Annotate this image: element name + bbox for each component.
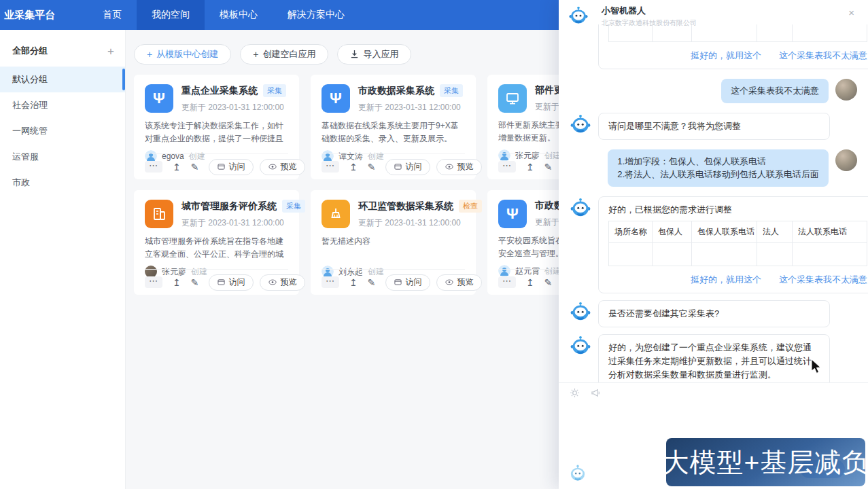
group-sidebar: 全部分组 + 默认分组 社会治理 一网统管 运管服 市政	[0, 30, 126, 489]
updated-time: 更新于 2023-01-31 12:00:00	[358, 217, 482, 229]
visit-button[interactable]: 访问	[385, 159, 430, 175]
status-badge: 采集	[263, 84, 286, 97]
publish-icon[interactable]: ↥	[349, 162, 358, 172]
app-card[interactable]: 环卫监管数据采集系统 检查 更新于 2023-01-31 12:00:00 暂无…	[311, 190, 476, 295]
accept-form-link[interactable]: 挺好的，就用这个	[691, 49, 761, 62]
robot-avatar	[570, 300, 591, 322]
publish-icon[interactable]: ↥	[526, 278, 534, 287]
assistant-company: 北京数字政通科技股份有限公司	[602, 18, 697, 28]
nav-menu: 首页 我的空间 模板中心 解决方案中心	[88, 0, 360, 30]
more-icon[interactable]: ⋯	[145, 161, 162, 173]
publish-icon[interactable]: ↥	[526, 162, 534, 172]
sidebar-item-default-group[interactable]: 默认分组	[0, 67, 125, 92]
robot-avatar	[570, 196, 591, 218]
import-app-button[interactable]: 导入应用	[337, 44, 411, 65]
updated-time: 更新于 2023-01-31 12:00:00	[358, 102, 463, 113]
user-message: 1.增加字段：包保人、包保人联系电话 2.将法人、法人联系电话移动到包括人联系电…	[570, 149, 857, 187]
preview-button[interactable]: 预览	[260, 159, 305, 175]
app-description: 城市管理服务评价系统旨在指导各地建立客观全面、公平公正、科学合理的城市运行管理服…	[145, 235, 288, 261]
bot-message: 是否还需要创建其它采集表?	[570, 300, 857, 327]
app-title: 环卫监管数据采集系统	[358, 200, 453, 213]
input-divider	[559, 382, 868, 383]
user-avatar	[835, 149, 857, 171]
visit-button[interactable]: 访问	[209, 159, 254, 175]
reject-form-link[interactable]: 这个采集表我不太满意	[779, 49, 867, 62]
sidebar-item-operation[interactable]: 运管服	[0, 144, 125, 170]
app-logo-icon: Ψ	[145, 84, 173, 113]
preview-button[interactable]: 预览	[436, 159, 482, 175]
more-icon[interactable]: ⋯	[145, 276, 162, 288]
more-icon[interactable]: ⋯	[322, 161, 339, 173]
updated-time: 更新于 2023-01-31 12:00:00	[181, 102, 286, 113]
edit-icon[interactable]: ✎	[368, 162, 376, 172]
robot-avatar	[570, 334, 591, 356]
chat-toolbar	[570, 388, 601, 398]
close-icon[interactable]: ×	[848, 7, 854, 18]
assistant-name: 小智机器人	[602, 5, 697, 17]
monitor-icon	[498, 84, 527, 113]
publish-icon[interactable]: ↥	[173, 278, 181, 287]
app-title: 城市管理服务评价系统	[181, 200, 277, 213]
status-badge: 检查	[459, 200, 482, 213]
robot-avatar	[570, 113, 591, 134]
button-label: 导入应用	[363, 48, 398, 60]
bot-table-message-partial: 挺好的，就用这个 这个采集表我不太满意	[570, 24, 857, 69]
nav-item-home[interactable]: 首页	[88, 0, 137, 30]
edit-icon[interactable]: ✎	[544, 278, 553, 287]
message-list: 挺好的，就用这个 这个采集表我不太满意 这个采集表我不太满意 请问是哪里不满意？…	[559, 24, 868, 382]
nav-item-template-center[interactable]: 模板中心	[205, 0, 273, 30]
mouse-cursor	[810, 359, 822, 375]
create-from-template-button[interactable]: + 从模版中心创建	[134, 44, 231, 65]
nav-item-solution-center[interactable]: 解决方案中心	[273, 0, 360, 30]
sidebar-title: 全部分组	[12, 45, 48, 57]
robot-avatar	[568, 5, 589, 25]
status-badge: 采集	[440, 84, 463, 97]
bot-message: 请问是哪里不满意？我将为您调整	[570, 113, 857, 140]
button-label: 创建空白应用	[262, 48, 315, 60]
edit-icon[interactable]: ✎	[544, 162, 553, 172]
app-card[interactable]: 城市管理服务评价系统 采集 更新于 2023-01-31 12:00:00 城市…	[134, 190, 299, 295]
chat-header: 小智机器人 北京数字政通科技股份有限公司 ×	[559, 0, 868, 24]
sidebar-item-social-governance[interactable]: 社会治理	[0, 92, 125, 118]
preview-button[interactable]: 预览	[436, 274, 482, 291]
sidebar-item-one-network[interactable]: 一网统管	[0, 118, 125, 144]
updated-time: 更新于 2023-01-31 12:00:00	[181, 217, 305, 229]
sidebar-header: 全部分组 +	[0, 30, 125, 67]
announcement-icon[interactable]	[591, 388, 601, 398]
user-avatar	[835, 79, 857, 101]
assistant-chat-panel: 小智机器人 北京数字政通科技股份有限公司 × 挺好的，就用这个 这个采集表我不太…	[559, 0, 868, 489]
more-icon[interactable]: ⋯	[498, 276, 516, 288]
plus-icon: +	[253, 50, 258, 59]
creation-summary: 好的，为您创建了一个重点企业采集系统，建议您通过采集任务来定期维护更新数据，并且…	[608, 341, 820, 382]
sidebar-item-municipal[interactable]: 市政	[0, 170, 125, 196]
app-title: 市政数据采集系统	[358, 85, 434, 97]
nav-item-my-space[interactable]: 我的空间	[137, 0, 205, 30]
visit-button[interactable]: 访问	[209, 274, 254, 291]
more-icon[interactable]: ⋯	[322, 276, 339, 288]
app-card[interactable]: Ψ 重点企业采集系统 采集 更新于 2023-01-31 12:00:00 该系…	[134, 75, 299, 179]
settings-gear-icon[interactable]	[570, 388, 580, 398]
edit-icon[interactable]: ✎	[191, 278, 199, 287]
edit-icon[interactable]: ✎	[191, 162, 199, 172]
import-icon	[350, 50, 359, 60]
app-title: 重点企业采集系统	[181, 85, 258, 97]
app-card[interactable]: Ψ 市政数据采集系统 采集 更新于 2023-01-31 12:00:00 基础…	[311, 75, 476, 179]
visit-button[interactable]: 访问	[385, 274, 430, 291]
accept-form-link[interactable]: 挺好的，就用这个	[691, 273, 761, 287]
app-description: 该系统专注于解决数据采集工作，如针对重点企业的数据，提供了一种便捷且高效的数据采…	[145, 120, 288, 145]
collection-form-table: 场所名称 包保人 包保人联系电话 法人 法人联系电话	[608, 221, 867, 266]
more-icon[interactable]: ⋯	[498, 161, 516, 173]
create-blank-app-button[interactable]: + 创建空白应用	[240, 44, 328, 65]
publish-icon[interactable]: ↥	[349, 278, 358, 287]
adjustment-confirmation: 好的，已根据您的需求进行调整	[608, 203, 867, 217]
add-group-icon[interactable]: +	[107, 46, 114, 57]
bot-table-message: 好的，已根据您的需求进行调整 场所名称 包保人 包保人联系电话 法人 法人联系电…	[570, 196, 857, 293]
app-description: 基础数据在线采集系统主要用于9+X基础数据的采集、录入、更新及展示。	[322, 120, 465, 145]
app-logo-icon: Ψ	[498, 200, 527, 228]
reject-form-link[interactable]: 这个采集表我不太满意	[779, 273, 867, 287]
broom-icon	[322, 200, 350, 228]
preview-button[interactable]: 预览	[260, 274, 305, 291]
publish-icon[interactable]: ↥	[173, 162, 181, 172]
mini-robot-icon[interactable]	[568, 463, 587, 482]
edit-icon[interactable]: ✎	[368, 278, 376, 287]
